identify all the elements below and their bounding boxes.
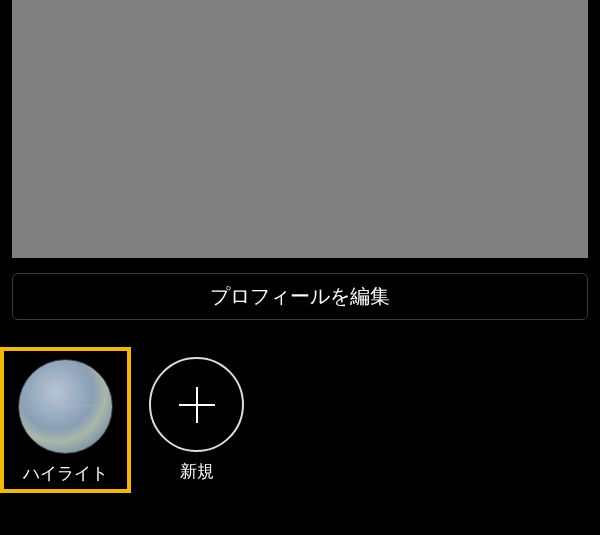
highlight-thumbnail[interactable] — [18, 359, 113, 454]
profile-content-area — [12, 0, 588, 258]
plus-icon — [179, 387, 215, 423]
edit-profile-button[interactable]: プロフィールを編集 — [12, 273, 588, 320]
edit-profile-label: プロフィールを編集 — [210, 283, 390, 310]
story-highlights-row: ハイライト 新規 — [0, 347, 244, 493]
add-highlight-button[interactable] — [149, 357, 244, 452]
highlight-item-new[interactable]: 新規 — [149, 347, 244, 493]
highlight-item-selected[interactable]: ハイライト — [0, 347, 131, 493]
new-highlight-label: 新規 — [180, 460, 214, 483]
highlight-label: ハイライト — [23, 462, 108, 485]
